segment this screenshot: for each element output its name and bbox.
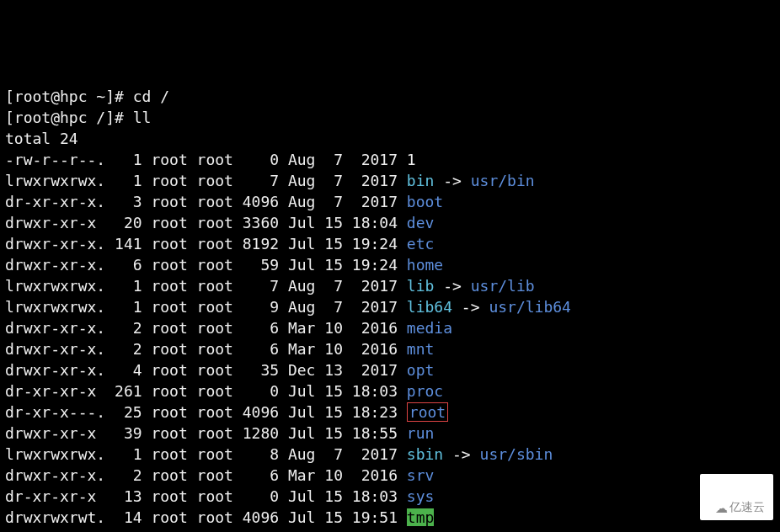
- ls-row: drwxr-xr-x. 4 root root 35 Dec 13 2017 o…: [5, 359, 775, 380]
- ls-row: drwxrwxrwt. 14 root root 4096 Jul 15 19:…: [5, 507, 775, 528]
- symlink-target: usr/lib: [471, 277, 535, 295]
- dir-name-highlighted: root: [407, 402, 448, 422]
- dir-name: etc: [407, 235, 435, 253]
- watermark: ☁亿速云: [700, 474, 773, 520]
- dir-name: sbin: [407, 445, 443, 463]
- ls-row: drwxr-xr-x. 2 root root 6 Mar 10 2016 mn…: [5, 338, 775, 359]
- symlink-target: usr/bin: [471, 172, 535, 189]
- dir-name: 1: [407, 151, 416, 168]
- dir-name: dev: [407, 214, 435, 231]
- ls-row: drwxr-xr-x. 2 root root 6 Mar 10 2016 sr…: [5, 465, 775, 486]
- ls-row: dr-xr-xr-x. 3 root root 4096 Aug 7 2017 …: [5, 191, 775, 212]
- dir-name: lib: [407, 277, 435, 295]
- symlink-target: usr/lib64: [489, 298, 571, 316]
- terminal-output: [root@hpc ~]# cd /[root@hpc /]# lltotal …: [5, 86, 775, 532]
- ls-row: lrwxrwxrwx. 1 root root 9 Aug 7 2017 lib…: [5, 296, 775, 317]
- dir-name: bin: [407, 172, 435, 189]
- ls-row: drwxr-xr-x 39 root root 1280 Jul 15 18:5…: [5, 423, 775, 444]
- dir-name: tmp: [407, 508, 435, 526]
- ls-row: lrwxrwxrwx. 1 root root 8 Aug 7 2017 sbi…: [5, 444, 775, 465]
- dir-name: run: [407, 424, 435, 442]
- dir-name: media: [407, 319, 452, 337]
- ls-row: drwxr-xr-x. 6 root root 59 Jul 15 19:24 …: [5, 254, 775, 275]
- terminal-line: [root@hpc /]# ll: [5, 107, 775, 128]
- dir-name: lib64: [407, 298, 452, 316]
- terminal-line: [root@hpc ~]# cd /: [5, 86, 775, 107]
- dir-name: boot: [407, 193, 443, 210]
- watermark-text: 亿速云: [729, 500, 765, 513]
- dir-name: proc: [407, 382, 443, 400]
- ls-row: dr-xr-x---. 25 root root 4096 Jul 15 18:…: [5, 402, 775, 423]
- dir-name: mnt: [407, 340, 435, 358]
- ls-row: dr-xr-xr-x 13 root root 0 Jul 15 18:03 s…: [5, 486, 775, 507]
- ls-row: dr-xr-xr-x 261 root root 0 Jul 15 18:03 …: [5, 380, 775, 402]
- symlink-target: usr/sbin: [480, 445, 553, 463]
- ls-row: lrwxrwxrwx. 1 root root 7 Aug 7 2017 bin…: [5, 170, 775, 191]
- ls-row: -rw-r--r--. 1 root root 0 Aug 7 2017 1: [5, 149, 775, 170]
- cloud-icon: ☁: [715, 501, 728, 515]
- ls-row: drwxr-xr-x. 14 root root 171 Apr 12 14:5…: [5, 528, 775, 532]
- ls-row: drwxr-xr-x. 2 root root 6 Mar 10 2016 me…: [5, 317, 775, 338]
- dir-name: home: [407, 256, 443, 274]
- ls-row: drwxr-xr-x 20 root root 3360 Jul 15 18:0…: [5, 212, 775, 233]
- ls-row: lrwxrwxrwx. 1 root root 7 Aug 7 2017 lib…: [5, 275, 775, 296]
- dir-name: srv: [407, 466, 435, 484]
- terminal-line: total 24: [5, 128, 775, 149]
- ls-row: drwxr-xr-x. 141 root root 8192 Jul 15 19…: [5, 233, 775, 254]
- dir-name: sys: [407, 487, 435, 505]
- dir-name: opt: [407, 361, 435, 379]
